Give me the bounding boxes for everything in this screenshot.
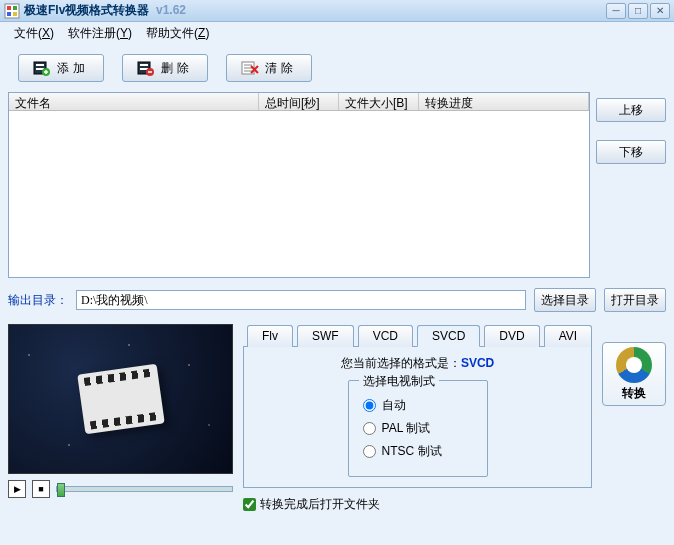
col-progress[interactable]: 转换进度 (419, 93, 589, 110)
titlebar: 极速Flv视频格式转换器 v1.62 ─ □ ✕ (0, 0, 674, 22)
stop-button[interactable]: ■ (32, 480, 50, 498)
tab-avi[interactable]: AVI (544, 325, 592, 347)
svg-rect-3 (7, 12, 11, 16)
list-header: 文件名 总时间[秒] 文件大小[B] 转换进度 (9, 93, 589, 111)
radio-auto[interactable]: 自动 (363, 397, 473, 414)
title-text: 极速Flv视频格式转换器 v1.62 (24, 2, 606, 19)
film-icon (77, 364, 165, 435)
menu-help[interactable]: 帮助文件(Z) (140, 23, 215, 44)
clear-label: 清除 (265, 60, 297, 77)
add-label: 添加 (57, 60, 89, 77)
delete-icon (137, 60, 155, 76)
tab-svcd[interactable]: SVCD (417, 325, 480, 347)
svg-rect-1 (7, 6, 11, 10)
close-button[interactable]: ✕ (650, 3, 670, 19)
format-panel: Flv SWF VCD SVCD DVD AVI 您当前选择的格式是：SVCD … (243, 324, 592, 513)
menubar: 文件(X) 软件注册(Y) 帮助文件(Z) (0, 22, 674, 44)
minimize-button[interactable]: ─ (606, 3, 626, 19)
tv-system-group: 选择电视制式 自动 PAL 制试 NTSC 制试 (348, 380, 488, 477)
clear-button[interactable]: 清除 (226, 54, 312, 82)
open-dir-button[interactable]: 打开目录 (604, 288, 666, 312)
svg-rect-2 (13, 6, 17, 10)
convert-button[interactable]: 转换 (602, 342, 666, 406)
radio-pal[interactable]: PAL 制试 (363, 420, 473, 437)
add-icon (33, 60, 51, 76)
format-tabs: Flv SWF VCD SVCD DVD AVI (247, 324, 592, 346)
svg-rect-4 (13, 12, 17, 16)
toolbar: 添加 删除 清除 (8, 48, 666, 92)
tab-flv[interactable]: Flv (247, 325, 293, 347)
col-duration[interactable]: 总时间[秒] (259, 93, 339, 110)
output-dir-label: 输出目录： (8, 292, 68, 309)
tab-vcd[interactable]: VCD (358, 325, 413, 347)
col-filename[interactable]: 文件名 (9, 93, 259, 110)
preview-image (8, 324, 233, 474)
menu-register[interactable]: 软件注册(Y) (62, 23, 138, 44)
move-up-button[interactable]: 上移 (596, 98, 666, 122)
clear-icon (241, 60, 259, 76)
delete-button[interactable]: 删除 (122, 54, 208, 82)
convert-label: 转换 (622, 385, 646, 402)
convert-icon (616, 347, 652, 383)
play-button[interactable]: ▶ (8, 480, 26, 498)
col-filesize[interactable]: 文件大小[B] (339, 93, 419, 110)
svg-rect-6 (36, 64, 44, 66)
menu-file[interactable]: 文件(X) (8, 23, 60, 44)
preview-panel: ▶ ■ (8, 324, 233, 513)
tab-swf[interactable]: SWF (297, 325, 354, 347)
file-list[interactable]: 文件名 总时间[秒] 文件大小[B] 转换进度 (8, 92, 590, 278)
list-body[interactable] (9, 111, 589, 277)
choose-dir-button[interactable]: 选择目录 (534, 288, 596, 312)
radio-ntsc[interactable]: NTSC 制试 (363, 443, 473, 460)
move-down-button[interactable]: 下移 (596, 140, 666, 164)
current-format-text: 您当前选择的格式是：SVCD (256, 355, 579, 372)
tab-dvd[interactable]: DVD (484, 325, 539, 347)
app-icon (4, 3, 20, 19)
svg-rect-10 (140, 64, 148, 66)
seek-slider[interactable] (56, 486, 233, 492)
delete-label: 删除 (161, 60, 193, 77)
output-dir-input[interactable] (76, 290, 526, 310)
maximize-button[interactable]: □ (628, 3, 648, 19)
add-button[interactable]: 添加 (18, 54, 104, 82)
group-legend: 选择电视制式 (359, 373, 439, 390)
open-after-checkbox[interactable]: 转换完成后打开文件夹 (243, 496, 592, 513)
